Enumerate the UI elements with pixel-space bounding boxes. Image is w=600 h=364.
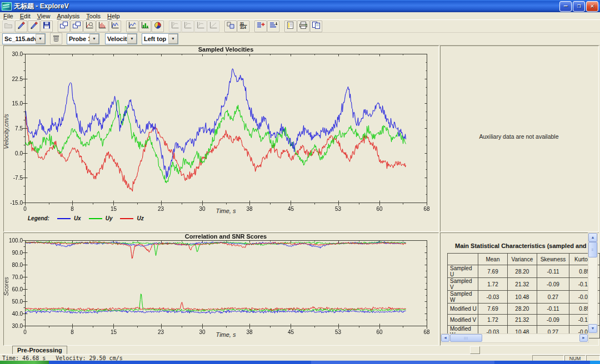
legend-entry-uz: Uz xyxy=(137,215,143,221)
list-options-button[interactable] xyxy=(254,21,267,32)
histogram-chart-button[interactable] xyxy=(96,21,108,32)
table-cell: 7.69 xyxy=(478,304,508,315)
list-plus-icon xyxy=(256,21,265,32)
spectrum-chart-button[interactable] xyxy=(109,21,121,32)
chevron-down-icon[interactable]: ▼ xyxy=(36,34,45,44)
legend-position-select[interactable]: Left top ▼ xyxy=(142,33,178,44)
bar-plot-button[interactable] xyxy=(139,21,151,32)
toolbar-group xyxy=(254,21,282,32)
y-tick-label: 22.5 xyxy=(1,76,23,82)
table-row: Sampled W-0.0310.480.27-0.05 xyxy=(448,291,600,304)
table-cell: -0.09 xyxy=(537,315,569,326)
x-tick-label: 8 xyxy=(64,206,81,212)
x-tick-label: 53 xyxy=(330,206,347,212)
chart-zoom-icon xyxy=(85,21,94,32)
clone-window-button[interactable] xyxy=(58,21,70,32)
y-tick-label: 80.0 xyxy=(1,262,23,268)
toolbar: 55231314 xyxy=(0,20,600,33)
table-header-row: MeanVarianceSkewnessKurtosis xyxy=(448,254,600,265)
x-tick-label: 60 xyxy=(371,329,388,335)
statistics-table: MeanVarianceSkewnessKurtosisSampled U7.6… xyxy=(447,253,600,338)
row-label: Modified V xyxy=(448,315,478,326)
probe-config-button[interactable] xyxy=(15,21,27,32)
table-row: Sampled U7.6928.20-0.110.85 xyxy=(448,265,600,278)
minimize-button[interactable]: – xyxy=(559,1,572,12)
y-tick-label: 70.0 xyxy=(1,274,23,280)
y-axis-label: Velocity,cm/s xyxy=(3,112,9,151)
probe-config-2-button[interactable] xyxy=(28,21,40,32)
y-tick-label: 0.0 xyxy=(1,150,23,156)
x-tick-label: 15 xyxy=(105,206,122,212)
chart-histogram-icon xyxy=(98,21,107,32)
system-tray xyxy=(590,361,600,364)
menu-edit[interactable]: Edit xyxy=(17,13,34,19)
table-cell: -0.11 xyxy=(537,304,569,315)
legend-entry-uy: Uy xyxy=(106,215,113,221)
legend-label: Legend: xyxy=(28,215,49,221)
delete-file-button[interactable] xyxy=(50,33,62,44)
column-header xyxy=(448,254,478,265)
filter-2-button: 5 xyxy=(182,21,194,32)
copy-button[interactable] xyxy=(310,21,322,32)
legend-swatch-ux xyxy=(57,218,71,219)
x-tick-label: 15 xyxy=(105,329,122,335)
scroll-down-icon[interactable]: ▼ xyxy=(588,324,597,333)
table-cell: 1.72 xyxy=(478,278,508,291)
table-row: Modified V1.7221.32-0.09-0.15 xyxy=(448,315,600,326)
scroll-up-icon[interactable]: ▲ xyxy=(588,233,597,242)
scroll-right-icon[interactable]: ► xyxy=(579,334,588,342)
probe-select[interactable]: Probe 1 ▼ xyxy=(67,33,99,44)
start-button[interactable] xyxy=(0,361,49,364)
svg-text:31: 31 xyxy=(240,21,244,25)
table-cell: 28.20 xyxy=(507,304,537,315)
scroll-left-icon[interactable]: ◄ xyxy=(441,334,449,342)
table-cell: -0.11 xyxy=(537,265,569,278)
menu-file[interactable]: File xyxy=(0,13,17,19)
table-cell: 1.72 xyxy=(478,315,508,326)
list-sort-button[interactable] xyxy=(267,21,279,32)
toolbar-group: 552 xyxy=(169,21,222,32)
taskbar-window-button[interactable] xyxy=(311,361,494,364)
restore-button[interactable]: ❐ xyxy=(573,1,585,12)
legend-swatch-uz xyxy=(120,218,133,219)
chart-spectrum-icon xyxy=(111,21,119,32)
close-button[interactable]: ✕ xyxy=(586,1,598,12)
chevron-down-icon[interactable]: ▼ xyxy=(89,34,99,44)
chart-title: Correlation and SNR Scores xyxy=(185,233,267,240)
print-preview-button[interactable] xyxy=(284,21,297,32)
statistics-title: Main Statistical Characteristics (sample… xyxy=(455,242,588,249)
clone-window-2-button[interactable] xyxy=(71,21,83,32)
svg-text:5: 5 xyxy=(173,22,175,25)
view-select-value: Velociti xyxy=(106,36,127,42)
menu-analysis[interactable]: Analysis xyxy=(53,13,83,19)
view-select[interactable]: Velociti ▼ xyxy=(105,33,137,44)
menu-view[interactable]: View xyxy=(34,13,54,19)
table-cell: 10.48 xyxy=(507,291,537,304)
zoom-chart-button[interactable] xyxy=(83,21,96,32)
chevron-down-icon[interactable]: ▼ xyxy=(127,34,137,44)
stats-vscroll-thumb[interactable]: ≡ xyxy=(588,242,597,257)
print-button[interactable] xyxy=(297,21,309,32)
transform-button[interactable] xyxy=(224,21,237,32)
splitter-handle[interactable] xyxy=(470,346,480,354)
x-tick-label: 45 xyxy=(282,329,299,335)
menu-tools[interactable]: Tools xyxy=(83,13,104,19)
menu-help[interactable]: Help xyxy=(104,13,123,19)
stats-hscroll-thumb[interactable]: ||| xyxy=(450,334,482,342)
trash-icon xyxy=(53,35,59,42)
app-icon xyxy=(2,2,12,11)
x-tick-label: 38 xyxy=(241,329,258,335)
table-cell: 21.32 xyxy=(507,315,537,326)
save-button[interactable] xyxy=(41,21,53,32)
line-plot-button[interactable] xyxy=(126,21,138,32)
open-file-icon xyxy=(4,21,13,32)
pie-plot-button[interactable] xyxy=(152,21,164,32)
chevron-down-icon[interactable]: ▼ xyxy=(168,34,178,44)
filter-a-icon: 5 xyxy=(171,21,179,32)
tab-pre-processing[interactable]: Pre-Processing xyxy=(12,346,67,355)
file-select[interactable]: Sc_115.adv ▼ xyxy=(2,33,46,44)
chart-legend: Legend:UxUyUz xyxy=(28,215,144,221)
pages-icon xyxy=(226,21,235,32)
application-window: 无标题 - ExploreV – ❐ ✕ FileEditViewAnalysi… xyxy=(0,0,600,364)
decimal-format-button[interactable]: 31314 xyxy=(237,21,249,32)
